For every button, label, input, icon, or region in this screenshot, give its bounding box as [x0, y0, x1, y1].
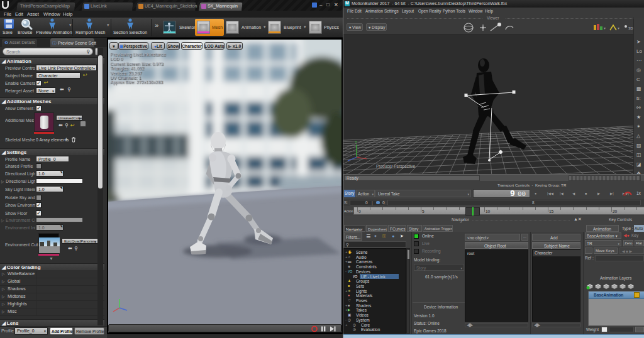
svg-text:Producer Perspective: Producer Perspective [376, 164, 416, 169]
svg-text:▾: ▾ [618, 26, 619, 30]
svg-text:▾: ▾ [604, 26, 606, 30]
svg-text:Y: Y [355, 140, 357, 144]
